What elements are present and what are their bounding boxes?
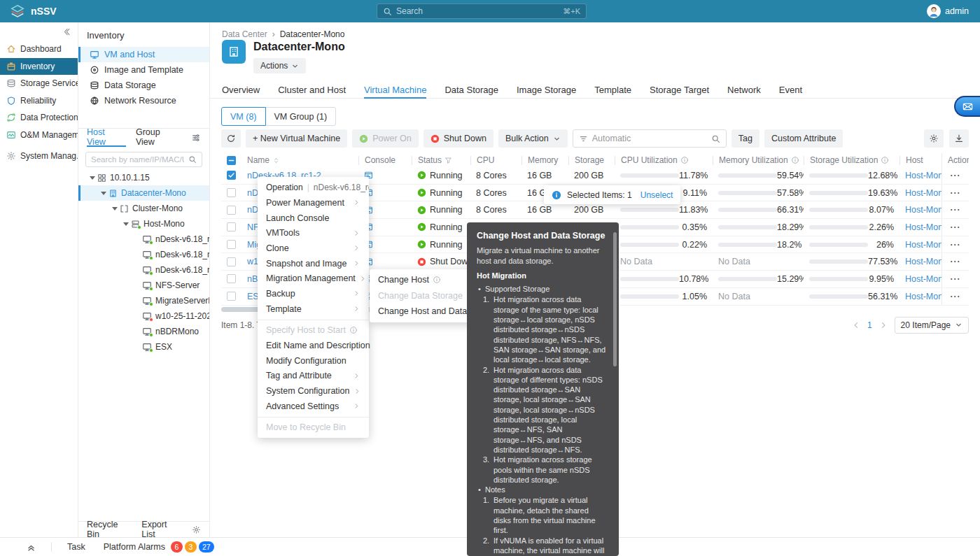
collapse-bottom-bar-icon[interactable] — [27, 543, 36, 552]
tree-item-host-mono[interactable]: Host-Mono — [78, 216, 209, 231]
alarm-badge[interactable]: 3 — [185, 541, 197, 553]
nav-item-inventory[interactable]: Inventory — [0, 58, 78, 76]
row-actions-button[interactable]: ··· — [951, 205, 961, 215]
tree-item-datacenter-mono[interactable]: Datacenter-Mono — [78, 185, 209, 201]
tree-item-nfs-server[interactable]: NFS-Server — [78, 278, 209, 293]
export-list-link[interactable]: Export List — [141, 520, 181, 539]
host-link[interactable]: Host-Mono — [905, 274, 941, 284]
row-checkbox[interactable] — [227, 240, 236, 249]
custom-attribute-button[interactable]: Custom Attribute — [764, 129, 843, 148]
platform-alarms[interactable]: Platform Alarms 6327 — [104, 541, 214, 553]
menu-item-specify-host-to-start[interactable]: Specify Host to Start — [258, 323, 369, 338]
host-link[interactable]: Host-Mono — [905, 240, 941, 250]
menu-item-tag-and-attribute[interactable]: Tag and Attribute — [258, 369, 369, 384]
menu-item-vmtools[interactable]: VMTools — [258, 225, 369, 241]
vm-tab-vm-group-1[interactable]: VM Group (1) — [265, 107, 337, 126]
menu-item-system-configuration[interactable]: System Configuration — [258, 383, 369, 399]
actions-button[interactable]: Actions — [253, 58, 306, 73]
user-menu[interactable]: admin — [927, 4, 969, 18]
menu-item-modify-configuration[interactable]: Modify Configuration — [258, 353, 369, 369]
tab-storage-target[interactable]: Storage Target — [650, 83, 709, 99]
app-logo[interactable]: nSSV — [10, 3, 57, 19]
tab-image-storage[interactable]: Image Storage — [517, 83, 576, 99]
tab-virtual-machine[interactable]: Virtual Machine — [364, 83, 426, 99]
unselect-link[interactable]: Unselect — [640, 190, 673, 200]
tree-item-ndesk-v6-18-rc1-3[interactable]: nDesk-v6.18_rc1-3 — [78, 262, 209, 278]
row-checkbox[interactable] — [227, 171, 236, 180]
inventory-menu-data-storage[interactable]: Data Storage — [78, 78, 209, 93]
page-number[interactable]: 1 — [867, 320, 872, 330]
row-checkbox[interactable] — [227, 274, 236, 283]
row-checkbox[interactable] — [227, 257, 236, 266]
tree-item-esx[interactable]: ESX — [78, 339, 209, 355]
bulk-action-button[interactable]: Bulk Action — [498, 129, 568, 148]
tree-search-input[interactable]: Search by name/IP/MAC/UU... — [85, 152, 202, 167]
tab-data-storage[interactable]: Data Storage — [444, 83, 498, 99]
info-icon[interactable] — [791, 156, 799, 164]
menu-item-edit-name-and-description[interactable]: Edit Name and Description — [258, 338, 369, 353]
vm-tab-vm-8[interactable]: VM (8) — [221, 107, 266, 126]
filter-icon[interactable] — [444, 157, 452, 164]
vm-filter-search-input[interactable]: Automatic — [573, 129, 727, 148]
inventory-menu-vm-and-host[interactable]: VM and Host — [78, 47, 209, 62]
sort-icon[interactable] — [272, 157, 280, 164]
tree-caret-icon[interactable] — [109, 207, 120, 211]
alarm-badge[interactable]: 27 — [199, 541, 214, 553]
alarm-badge[interactable]: 6 — [171, 541, 183, 553]
host-link[interactable]: Host-Mono — [905, 188, 941, 198]
power-on-button[interactable]: Power On — [352, 129, 419, 148]
tab-event[interactable]: Event — [779, 83, 802, 99]
row-actions-button[interactable]: ··· — [951, 240, 961, 250]
new-vm-button[interactable]: + New Virtual Machine — [246, 129, 347, 148]
info-icon[interactable] — [881, 156, 889, 164]
shut-down-button[interactable]: Shut Down — [424, 129, 493, 148]
recycle-bin-link[interactable]: Recycle Bin — [87, 520, 131, 539]
row-actions-button[interactable]: ··· — [951, 257, 961, 266]
global-search-input[interactable]: Search ⌘+K — [377, 3, 587, 19]
host-link[interactable]: Host-Mono — [905, 292, 941, 301]
collapse-sidebar-button[interactable] — [0, 22, 78, 41]
menu-item-launch-console[interactable]: Launch Console — [258, 211, 369, 226]
prev-page-button[interactable] — [852, 321, 860, 329]
refresh-button[interactable] — [221, 129, 241, 148]
tree-item-w10-25-11-2025[interactable]: w10-25-11-2025 — [78, 308, 209, 324]
page-size-select[interactable]: 20 Item/Page — [895, 317, 969, 334]
tree-item-nbdrmono[interactable]: nBDRMono — [78, 324, 209, 339]
inventory-menu-image-and-template[interactable]: Image and Template — [78, 62, 209, 78]
tab-overview[interactable]: Overview — [222, 83, 260, 99]
menu-item-snapshot-and-image[interactable]: Snapshot and Image — [258, 256, 369, 271]
nav-item-data-protection[interactable]: Data Protection — [0, 109, 78, 127]
row-checkbox[interactable] — [227, 206, 236, 215]
feedback-message-button[interactable] — [954, 96, 980, 117]
nav-item-dashboard[interactable]: Dashboard — [0, 41, 78, 58]
menu-item-advanced-settings[interactable]: Advanced Settings — [258, 399, 369, 414]
menu-item-backup[interactable]: Backup — [258, 286, 369, 301]
row-actions-button[interactable]: ··· — [951, 274, 961, 284]
tab-cluster-and-host[interactable]: Cluster and Host — [278, 83, 346, 99]
row-actions-button[interactable]: ··· — [951, 292, 961, 301]
tree-item-ndesk-v6-18-rc1-1[interactable]: nDesk-v6.18_rc1-1 — [78, 247, 209, 262]
nav-item-reliability[interactable]: Reliability — [0, 92, 78, 110]
nav-item-system-manag[interactable]: System Manag... — [0, 148, 78, 165]
task-link[interactable]: Task — [67, 542, 85, 552]
panel-gear-icon[interactable] — [192, 525, 201, 534]
tab-template[interactable]: Template — [594, 83, 631, 99]
tag-button[interactable]: Tag — [732, 129, 760, 148]
menu-item-power-management[interactable]: Power Management — [258, 195, 369, 211]
row-checkbox[interactable] — [227, 222, 236, 231]
tree-caret-icon[interactable] — [120, 222, 131, 226]
info-icon[interactable] — [680, 156, 689, 164]
tooltip-scrollbar-thumb[interactable] — [613, 232, 617, 366]
tree-item-migrateserverlinux-688[interactable]: MigrateServerLinux-688 — [78, 293, 209, 308]
breadcrumb-data-center[interactable]: Data Center — [222, 29, 267, 39]
menu-item-migration-management[interactable]: Migration Management — [258, 271, 369, 286]
host-link[interactable]: Host-Mono — [905, 222, 941, 232]
host-link[interactable]: Host-Mono — [905, 257, 941, 266]
row-checkbox[interactable] — [227, 292, 236, 301]
tab-network[interactable]: Network — [727, 83, 761, 99]
menu-item-move-to-recycle-bin[interactable]: Move to Recycle Bin — [258, 420, 369, 436]
export-download-button[interactable] — [949, 129, 969, 148]
tree-caret-icon[interactable] — [87, 176, 97, 180]
menu-item-template[interactable]: Template — [258, 301, 369, 317]
row-checkbox[interactable] — [227, 188, 236, 197]
